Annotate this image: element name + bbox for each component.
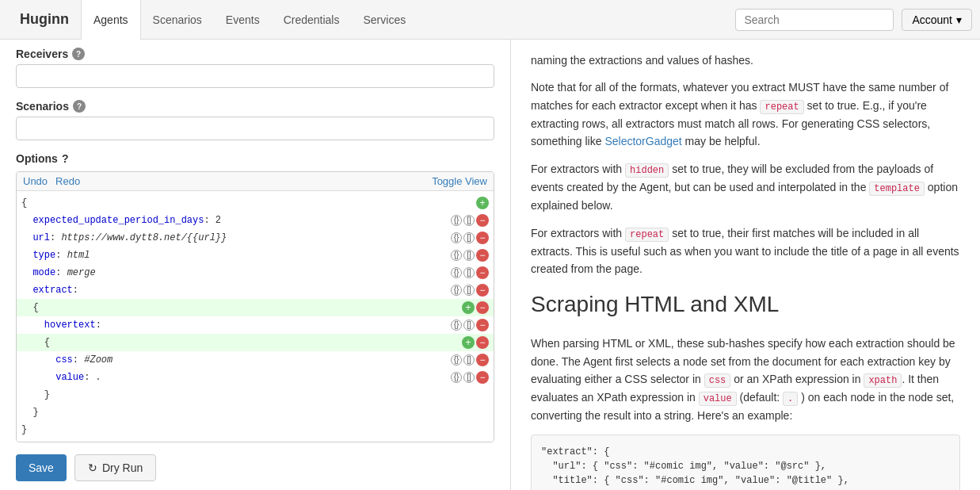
json-line-actions: {} [] − — [451, 371, 489, 384]
add-line-button[interactable]: + — [462, 336, 475, 349]
remove-line-button[interactable]: − — [476, 301, 489, 314]
nav-item-services[interactable]: Services — [351, 0, 418, 40]
para4: For extractors with repeat set to true, … — [531, 224, 960, 278]
nav-item-events[interactable]: Events — [214, 0, 272, 40]
receivers-text: Receivers — [16, 48, 68, 60]
remove-line-button[interactable]: − — [476, 266, 489, 279]
object-button[interactable]: {} — [451, 354, 462, 366]
nav-link-agents[interactable]: Agents — [81, 0, 141, 40]
chevron-down-icon: ▾ — [956, 13, 962, 26]
scenarios-help-icon[interactable]: ? — [73, 100, 86, 113]
json-line-actions: {} [] − — [451, 214, 489, 227]
para5: When parsing HTML or XML, these sub-hash… — [531, 335, 960, 425]
object-button[interactable]: {} — [451, 372, 462, 383]
json-line: } — [17, 421, 494, 438]
array-button[interactable]: [] — [463, 320, 475, 331]
json-line-content: extract: — [21, 282, 451, 298]
brand-logo[interactable]: Huginn — [8, 11, 81, 28]
search-input[interactable] — [735, 9, 894, 31]
json-line-content: } — [21, 404, 489, 420]
json-line: value: . {} [] − — [17, 369, 494, 386]
dot-code: . — [783, 392, 798, 406]
json-line-content: expected_update_period_in_days: 2 — [21, 212, 451, 228]
json-line: type: html {} [] − — [17, 247, 494, 264]
account-button[interactable]: Account ▾ — [902, 9, 972, 31]
repeat-code-1: repeat — [760, 100, 803, 114]
json-line-actions: {} [] − — [451, 249, 489, 262]
nav-link-credentials[interactable]: Credentials — [272, 0, 352, 40]
json-line-content: } — [21, 422, 489, 438]
remove-line-button[interactable]: − — [476, 336, 489, 349]
remove-line-button[interactable]: − — [476, 249, 489, 262]
json-line: url: https://www.dytt8.net/{{url}} {} []… — [17, 229, 494, 247]
options-header: Options ? — [16, 152, 494, 165]
remove-line-button[interactable]: − — [476, 371, 489, 384]
remove-line-button[interactable]: − — [476, 284, 489, 297]
json-line: { + − — [17, 299, 494, 316]
remove-line-button[interactable]: − — [476, 214, 489, 227]
array-button[interactable]: [] — [463, 250, 475, 261]
nav-tabs: Agents Scenarios Events Credentials Serv… — [81, 0, 418, 39]
array-button[interactable]: [] — [463, 372, 475, 383]
object-button[interactable]: {} — [451, 285, 462, 296]
para3: For extractors with hidden set to true, … — [531, 160, 960, 215]
selector-gadget-link[interactable]: SelectorGadget — [604, 135, 681, 147]
remove-line-button[interactable]: − — [476, 319, 489, 331]
redo-button[interactable]: Redo — [55, 175, 80, 187]
nav-item-credentials[interactable]: Credentials — [272, 0, 352, 40]
array-button[interactable]: [] — [463, 215, 475, 226]
array-button[interactable]: [] — [463, 232, 475, 243]
dryrun-button[interactable]: ↻ Dry Run — [74, 454, 156, 481]
options-group: Options ? Undo Redo Toggle View { — [16, 152, 494, 442]
add-line-button[interactable]: + — [476, 197, 489, 209]
json-line: } — [17, 404, 494, 421]
json-line-actions: + − — [462, 336, 489, 349]
array-button[interactable]: [] — [463, 285, 475, 296]
remove-line-button[interactable]: − — [476, 232, 489, 244]
toggle-view-button[interactable]: Toggle View — [432, 175, 487, 187]
xpath-code: xpath — [864, 373, 902, 388]
left-panel: Receivers ? Scenarios ? Options ? Undo — [0, 40, 511, 490]
nav-link-events[interactable]: Events — [214, 0, 272, 40]
nav-item-scenarios[interactable]: Scenarios — [141, 0, 214, 40]
json-line-content: { — [21, 300, 462, 316]
remove-line-button[interactable]: − — [476, 354, 489, 366]
json-body: { + expected_update_period_in_days: 2 {}… — [17, 191, 494, 442]
json-line-content: value: . — [21, 369, 451, 385]
array-button[interactable]: [] — [463, 354, 475, 366]
repeat-code-2: repeat — [625, 228, 669, 242]
nav-link-services[interactable]: Services — [351, 0, 418, 40]
receivers-help-icon[interactable]: ? — [72, 48, 85, 60]
top-navbar: Huginn Agents Scenarios Events Credentia… — [0, 0, 980, 40]
json-line-actions: {} [] − — [451, 284, 489, 297]
value-code: value — [699, 392, 737, 406]
json-line-actions: + — [476, 197, 489, 209]
dryrun-label: Dry Run — [102, 461, 143, 474]
account-label: Account — [912, 13, 952, 26]
object-button[interactable]: {} — [451, 267, 462, 278]
bottom-actions: Save ↻ Dry Run — [16, 454, 494, 481]
add-line-button[interactable]: + — [462, 301, 475, 314]
array-button[interactable]: [] — [463, 267, 475, 278]
receivers-input[interactable] — [16, 64, 494, 88]
json-line: hovertext: {} [] − — [17, 316, 494, 334]
json-line-content: hovertext: — [21, 317, 451, 333]
nav-link-scenarios[interactable]: Scenarios — [141, 0, 214, 40]
json-line-actions: {} [] − — [451, 232, 489, 244]
options-help-icon[interactable]: ? — [62, 152, 69, 165]
json-line: css: #Zoom {} [] − — [17, 351, 494, 369]
para5-mid: or an XPath expression in — [730, 373, 864, 385]
object-button[interactable]: {} — [451, 250, 462, 261]
scenarios-input[interactable] — [16, 117, 494, 140]
object-button[interactable]: {} — [451, 232, 462, 243]
hidden-code: hidden — [625, 163, 669, 178]
json-line: } — [17, 386, 494, 404]
json-line-content: css: #Zoom — [21, 352, 451, 368]
json-editor: Undo Redo Toggle View { + — [16, 171, 494, 442]
para4-prefix: For extractors with — [531, 227, 625, 239]
object-button[interactable]: {} — [451, 215, 462, 226]
nav-item-agents[interactable]: Agents — [81, 0, 141, 40]
save-button[interactable]: Save — [16, 454, 67, 481]
object-button[interactable]: {} — [451, 320, 462, 331]
undo-button[interactable]: Undo — [23, 175, 48, 187]
